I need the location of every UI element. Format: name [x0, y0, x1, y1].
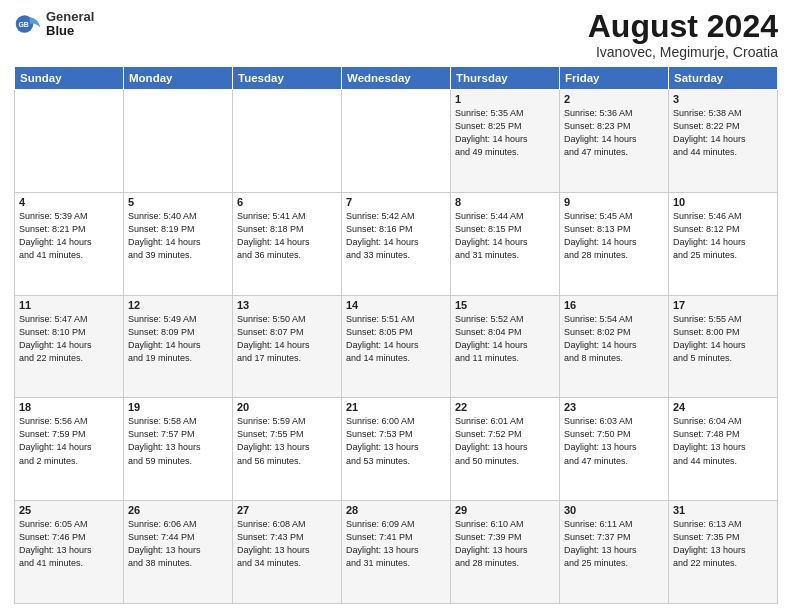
- svg-text:GB: GB: [18, 21, 29, 28]
- day-cell: 6Sunrise: 5:41 AM Sunset: 8:18 PM Daylig…: [233, 192, 342, 295]
- day-cell: 31Sunrise: 6:13 AM Sunset: 7:35 PM Dayli…: [669, 501, 778, 604]
- day-cell: 22Sunrise: 6:01 AM Sunset: 7:52 PM Dayli…: [451, 398, 560, 501]
- day-number: 14: [346, 299, 446, 311]
- day-number: 31: [673, 504, 773, 516]
- day-info: Sunrise: 5:54 AM Sunset: 8:02 PM Dayligh…: [564, 313, 664, 365]
- day-number: 22: [455, 401, 555, 413]
- day-number: 27: [237, 504, 337, 516]
- day-cell: 29Sunrise: 6:10 AM Sunset: 7:39 PM Dayli…: [451, 501, 560, 604]
- day-info: Sunrise: 6:09 AM Sunset: 7:41 PM Dayligh…: [346, 518, 446, 570]
- day-cell: 3Sunrise: 5:38 AM Sunset: 8:22 PM Daylig…: [669, 90, 778, 193]
- day-number: 5: [128, 196, 228, 208]
- logo-line1: General: [46, 10, 94, 24]
- weekday-header-saturday: Saturday: [669, 67, 778, 90]
- week-row-5: 25Sunrise: 6:05 AM Sunset: 7:46 PM Dayli…: [15, 501, 778, 604]
- day-number: 12: [128, 299, 228, 311]
- day-cell: 2Sunrise: 5:36 AM Sunset: 8:23 PM Daylig…: [560, 90, 669, 193]
- day-info: Sunrise: 6:13 AM Sunset: 7:35 PM Dayligh…: [673, 518, 773, 570]
- day-info: Sunrise: 5:50 AM Sunset: 8:07 PM Dayligh…: [237, 313, 337, 365]
- day-info: Sunrise: 5:46 AM Sunset: 8:12 PM Dayligh…: [673, 210, 773, 262]
- day-cell: 16Sunrise: 5:54 AM Sunset: 8:02 PM Dayli…: [560, 295, 669, 398]
- week-row-4: 18Sunrise: 5:56 AM Sunset: 7:59 PM Dayli…: [15, 398, 778, 501]
- day-info: Sunrise: 5:49 AM Sunset: 8:09 PM Dayligh…: [128, 313, 228, 365]
- calendar-title: August 2024: [588, 10, 778, 42]
- day-cell: 4Sunrise: 5:39 AM Sunset: 8:21 PM Daylig…: [15, 192, 124, 295]
- day-cell: 15Sunrise: 5:52 AM Sunset: 8:04 PM Dayli…: [451, 295, 560, 398]
- day-cell: 21Sunrise: 6:00 AM Sunset: 7:53 PM Dayli…: [342, 398, 451, 501]
- day-info: Sunrise: 5:36 AM Sunset: 8:23 PM Dayligh…: [564, 107, 664, 159]
- day-cell: 30Sunrise: 6:11 AM Sunset: 7:37 PM Dayli…: [560, 501, 669, 604]
- logo: GB General Blue: [14, 10, 94, 39]
- day-number: 28: [346, 504, 446, 516]
- day-info: Sunrise: 5:59 AM Sunset: 7:55 PM Dayligh…: [237, 415, 337, 467]
- day-number: 15: [455, 299, 555, 311]
- day-number: 7: [346, 196, 446, 208]
- day-cell: 24Sunrise: 6:04 AM Sunset: 7:48 PM Dayli…: [669, 398, 778, 501]
- weekday-header-monday: Monday: [124, 67, 233, 90]
- day-number: 2: [564, 93, 664, 105]
- day-cell: 19Sunrise: 5:58 AM Sunset: 7:57 PM Dayli…: [124, 398, 233, 501]
- day-info: Sunrise: 5:35 AM Sunset: 8:25 PM Dayligh…: [455, 107, 555, 159]
- weekday-header-sunday: Sunday: [15, 67, 124, 90]
- day-info: Sunrise: 5:58 AM Sunset: 7:57 PM Dayligh…: [128, 415, 228, 467]
- weekday-header-row: SundayMondayTuesdayWednesdayThursdayFrid…: [15, 67, 778, 90]
- day-cell: 17Sunrise: 5:55 AM Sunset: 8:00 PM Dayli…: [669, 295, 778, 398]
- day-cell: 11Sunrise: 5:47 AM Sunset: 8:10 PM Dayli…: [15, 295, 124, 398]
- day-cell: 27Sunrise: 6:08 AM Sunset: 7:43 PM Dayli…: [233, 501, 342, 604]
- day-info: Sunrise: 6:08 AM Sunset: 7:43 PM Dayligh…: [237, 518, 337, 570]
- day-cell: [15, 90, 124, 193]
- day-cell: 13Sunrise: 5:50 AM Sunset: 8:07 PM Dayli…: [233, 295, 342, 398]
- day-cell: 26Sunrise: 6:06 AM Sunset: 7:44 PM Dayli…: [124, 501, 233, 604]
- day-info: Sunrise: 6:06 AM Sunset: 7:44 PM Dayligh…: [128, 518, 228, 570]
- page: GB General Blue August 2024 Ivanovec, Me…: [0, 0, 792, 612]
- day-number: 18: [19, 401, 119, 413]
- day-cell: 1Sunrise: 5:35 AM Sunset: 8:25 PM Daylig…: [451, 90, 560, 193]
- day-number: 8: [455, 196, 555, 208]
- day-number: 1: [455, 93, 555, 105]
- logo-icon: GB: [14, 10, 42, 38]
- day-number: 20: [237, 401, 337, 413]
- day-cell: [124, 90, 233, 193]
- day-number: 4: [19, 196, 119, 208]
- day-number: 6: [237, 196, 337, 208]
- day-info: Sunrise: 5:44 AM Sunset: 8:15 PM Dayligh…: [455, 210, 555, 262]
- week-row-3: 11Sunrise: 5:47 AM Sunset: 8:10 PM Dayli…: [15, 295, 778, 398]
- day-cell: 23Sunrise: 6:03 AM Sunset: 7:50 PM Dayli…: [560, 398, 669, 501]
- day-info: Sunrise: 6:05 AM Sunset: 7:46 PM Dayligh…: [19, 518, 119, 570]
- day-info: Sunrise: 5:56 AM Sunset: 7:59 PM Dayligh…: [19, 415, 119, 467]
- day-number: 30: [564, 504, 664, 516]
- logo-line2: Blue: [46, 24, 94, 38]
- calendar-header: SundayMondayTuesdayWednesdayThursdayFrid…: [15, 67, 778, 90]
- logo-text: General Blue: [46, 10, 94, 39]
- day-info: Sunrise: 6:00 AM Sunset: 7:53 PM Dayligh…: [346, 415, 446, 467]
- week-row-2: 4Sunrise: 5:39 AM Sunset: 8:21 PM Daylig…: [15, 192, 778, 295]
- week-row-1: 1Sunrise: 5:35 AM Sunset: 8:25 PM Daylig…: [15, 90, 778, 193]
- day-info: Sunrise: 6:03 AM Sunset: 7:50 PM Dayligh…: [564, 415, 664, 467]
- weekday-header-wednesday: Wednesday: [342, 67, 451, 90]
- day-cell: 28Sunrise: 6:09 AM Sunset: 7:41 PM Dayli…: [342, 501, 451, 604]
- day-number: 25: [19, 504, 119, 516]
- weekday-header-tuesday: Tuesday: [233, 67, 342, 90]
- day-number: 13: [237, 299, 337, 311]
- day-number: 21: [346, 401, 446, 413]
- weekday-header-friday: Friday: [560, 67, 669, 90]
- day-number: 10: [673, 196, 773, 208]
- title-block: August 2024 Ivanovec, Megimurje, Croatia: [588, 10, 778, 60]
- calendar-subtitle: Ivanovec, Megimurje, Croatia: [588, 44, 778, 60]
- day-info: Sunrise: 6:01 AM Sunset: 7:52 PM Dayligh…: [455, 415, 555, 467]
- day-number: 9: [564, 196, 664, 208]
- day-cell: 20Sunrise: 5:59 AM Sunset: 7:55 PM Dayli…: [233, 398, 342, 501]
- day-info: Sunrise: 5:45 AM Sunset: 8:13 PM Dayligh…: [564, 210, 664, 262]
- day-number: 26: [128, 504, 228, 516]
- day-cell: 12Sunrise: 5:49 AM Sunset: 8:09 PM Dayli…: [124, 295, 233, 398]
- day-info: Sunrise: 6:04 AM Sunset: 7:48 PM Dayligh…: [673, 415, 773, 467]
- day-info: Sunrise: 5:47 AM Sunset: 8:10 PM Dayligh…: [19, 313, 119, 365]
- weekday-header-thursday: Thursday: [451, 67, 560, 90]
- day-info: Sunrise: 5:41 AM Sunset: 8:18 PM Dayligh…: [237, 210, 337, 262]
- day-info: Sunrise: 5:51 AM Sunset: 8:05 PM Dayligh…: [346, 313, 446, 365]
- day-number: 11: [19, 299, 119, 311]
- day-number: 16: [564, 299, 664, 311]
- day-info: Sunrise: 5:55 AM Sunset: 8:00 PM Dayligh…: [673, 313, 773, 365]
- day-number: 19: [128, 401, 228, 413]
- day-number: 3: [673, 93, 773, 105]
